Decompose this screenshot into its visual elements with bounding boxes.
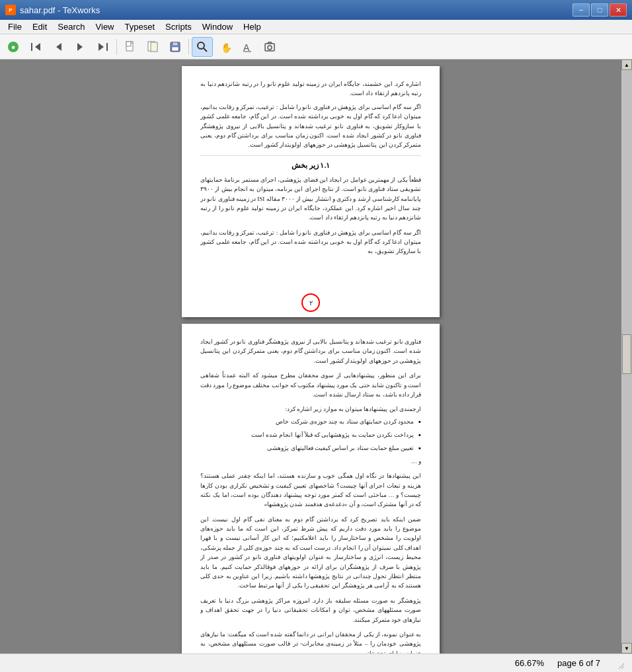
status-bar: 66.67% page 6 of 7 [0, 653, 632, 672]
menu-item-window[interactable]: Window [197, 20, 238, 33]
new-doc-button[interactable] [120, 37, 141, 57]
minimize-button[interactable]: − [573, 3, 590, 17]
bullet-1-text: محدود کردن حمایتهای ستاد به چند حوزه‌ی ش… [276, 417, 414, 426]
new-button[interactable]: ● [3, 37, 24, 57]
open-button[interactable] [142, 37, 163, 57]
pdf-viewer[interactable]: اشاره کرد. این خشمند، جایگاه ایران در زم… [0, 59, 621, 653]
page1-para3: اگر سه گام اساسی برای پژوهش در فناوری نا… [200, 228, 421, 256]
svg-point-18 [198, 42, 204, 49]
page1-number: ۲ [301, 293, 320, 312]
menu-item-search[interactable]: Search [52, 20, 90, 33]
bullet-dot-1: • [418, 417, 421, 428]
next-page-button[interactable] [70, 37, 91, 57]
menu-item-typeset[interactable]: Typeset [120, 20, 161, 33]
page2-list-title: ارجمندی این پیشنهادها میتوان به موارد زی… [200, 404, 421, 414]
scrollbar-thumb[interactable] [622, 334, 631, 374]
svg-point-24 [268, 46, 272, 50]
page1-para1: اگر سه گام اساسی برای پژوهش در فناوری نا… [200, 102, 421, 150]
menu-item-scripts[interactable]: Scripts [160, 20, 197, 33]
svg-rect-11 [126, 42, 131, 46]
page2-para4: ضمن اینکه باید تصریح کرد که برداشتن گام … [200, 515, 421, 591]
svg-rect-14 [151, 42, 157, 52]
page2-para3: این پیشنهادها در نگاه اول همگی خوب و ساز… [200, 471, 421, 509]
menu-item-file[interactable]: File [3, 20, 27, 33]
toolbar: ● ✋ A [0, 34, 632, 59]
svg-rect-17 [172, 47, 178, 51]
menu-item-view[interactable]: View [91, 20, 120, 33]
separator-2 [188, 39, 189, 55]
hand-button[interactable]: ✋ [214, 37, 235, 57]
svg-line-19 [204, 48, 207, 52]
svg-marker-5 [35, 43, 40, 51]
svg-marker-7 [77, 43, 83, 51]
svg-marker-12 [131, 42, 133, 44]
bullet-2: • پرداخت نکردن حمایت به پژوهشهایی که قبل… [200, 430, 421, 441]
svg-rect-4 [31, 43, 32, 51]
page2-para2: برای این منظور، پیشنهادهایی از سوی محققا… [200, 371, 421, 399]
svg-line-26 [621, 666, 624, 669]
main-area: اشاره کرد. این خشمند، جایگاه ایران در زم… [0, 59, 632, 653]
svg-line-25 [619, 663, 624, 669]
svg-rect-8 [106, 43, 108, 51]
prev-page-button[interactable] [48, 37, 69, 57]
close-button[interactable]: ✕ [610, 3, 627, 17]
page2-para6: به عنوان نمونه، از یکی از محققان ایرانی … [200, 630, 421, 653]
zoom-level: 66.67% [515, 658, 544, 668]
bullet-3-text: تعیین مبلغ حمایت ستاد بر اساس کیفیت فعال… [267, 443, 414, 453]
scrollbar[interactable]: ▲ ▼ [621, 59, 632, 653]
svg-text:P: P [9, 7, 13, 13]
pdf-page-1: اشاره کرد. این خشمند، جایگاه ایران در زم… [182, 66, 440, 317]
pdf-page-2: فناوری نانو ترغیب شدهاند و پتانسیل بالای… [182, 324, 440, 653]
page2-para1: فناوری نانو ترغیب شدهاند و پتانسیل بالای… [200, 337, 421, 365]
menu-item-edit[interactable]: Edit [27, 20, 52, 33]
svg-marker-6 [56, 43, 61, 51]
page1-section-title: ۱.۱ زیر بخش [200, 161, 421, 170]
window-controls: − □ ✕ [573, 3, 627, 17]
page-info: page 6 of 7 [557, 658, 600, 668]
scrollbar-down-button[interactable]: ▼ [621, 643, 632, 653]
resize-handle[interactable] [613, 658, 624, 669]
menu-bar: FileEditSearchViewTypesetScriptsWindowHe… [0, 20, 632, 34]
separator-1 [116, 39, 117, 55]
app-icon: P [5, 5, 16, 15]
divider-1 [200, 155, 421, 156]
page1-top-text: اشاره کرد. این خشمند، جایگاه ایران در زم… [200, 79, 421, 98]
scrollbar-up-button[interactable]: ▲ [621, 59, 632, 70]
svg-marker-9 [99, 43, 104, 51]
snapshot-button[interactable] [259, 37, 280, 57]
page2-para5: پژوهشگر به صورت مسئله سلیقه باز دارد. ام… [200, 596, 421, 624]
bullet-dot-2: • [418, 430, 421, 441]
bullet-2-text: پرداخت نکردن حمایت به پژوهشهایی که قبلاً… [251, 430, 415, 439]
bullet-dot-3: • [418, 443, 421, 454]
page1-para2: قطعاً یکی از مهمترین عوامل در ایجاد این … [200, 175, 421, 223]
svg-rect-16 [173, 42, 178, 46]
maximize-button[interactable]: □ [591, 3, 608, 17]
bullet-3: • تعیین مبلغ حمایت ستاد بر اساس کیفیت فع… [200, 443, 421, 454]
menu-item-help[interactable]: Help [238, 20, 266, 33]
first-page-button[interactable] [25, 37, 46, 57]
title-bar-left: P sahar.pdf - TeXworks [5, 5, 100, 15]
svg-text:●: ● [11, 43, 16, 51]
title-bar: P sahar.pdf - TeXworks − □ ✕ [0, 0, 632, 20]
page2-ellipsis: و … [200, 457, 421, 466]
save-button[interactable] [165, 37, 186, 57]
bullet-1: • محدود کردن حمایتهای ستاد به چند حوزه‌ی… [200, 417, 421, 428]
last-page-button[interactable] [93, 37, 114, 57]
svg-text:✋: ✋ [221, 42, 231, 53]
search-button[interactable] [192, 37, 213, 57]
text-select-button[interactable]: A [237, 37, 258, 57]
window-title: sahar.pdf - TeXworks [20, 5, 100, 15]
